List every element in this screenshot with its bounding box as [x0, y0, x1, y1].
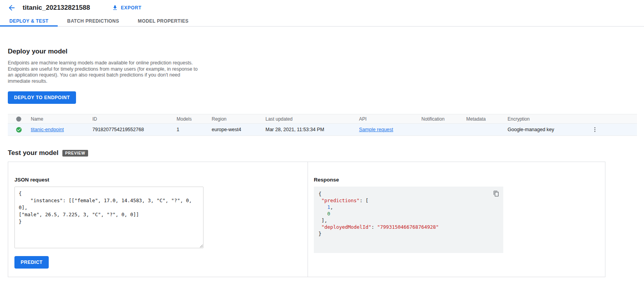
- test-panel: JSON request { "instances": [["female", …: [8, 162, 605, 277]
- tab-batch-predictions[interactable]: BATCH PREDICTIONS: [58, 16, 128, 26]
- endpoint-id: 7918207754219552768: [91, 127, 175, 132]
- response-code: { "predictions": [ 1, 0 ], "deployedMode…: [318, 190, 499, 237]
- endpoint-api-cell: Sample request: [358, 127, 420, 132]
- tab-label: MODEL PROPERTIES: [138, 18, 189, 24]
- page-title: titanic_202132821588: [23, 4, 90, 12]
- predict-button[interactable]: PREDICT: [14, 256, 49, 269]
- col-models: Models: [175, 116, 211, 122]
- test-heading-row: Test your model PREVIEW: [8, 149, 637, 157]
- preview-badge: PREVIEW: [62, 150, 88, 157]
- table-header-row: Name ID Models Region Last updated API N…: [8, 114, 637, 124]
- endpoint-models: 1: [175, 127, 211, 132]
- endpoint-encryption: Google-managed key: [506, 127, 586, 132]
- json-request-label: JSON request: [14, 177, 301, 183]
- sample-request-link[interactable]: Sample request: [359, 127, 393, 132]
- response-box: { "predictions": [ 1, 0 ], "deployedMode…: [314, 187, 503, 253]
- tab-bar: DEPLOY & TEST BATCH PREDICTIONS MODEL PR…: [0, 16, 644, 27]
- arrow-back-icon: [7, 4, 16, 12]
- copy-icon: [493, 190, 499, 197]
- response-label: Response: [314, 177, 599, 183]
- col-metadata: Metadata: [465, 116, 506, 122]
- main-content: Deploy your model Endpoints are machine …: [0, 48, 644, 277]
- export-label: EXPORT: [121, 5, 142, 11]
- json-request-panel: JSON request { "instances": [["female", …: [8, 162, 308, 277]
- endpoint-last-updated: Mar 28, 2021, 11:53:34 PM: [264, 127, 358, 132]
- response-panel: Response { "predictions": [ 1, 0 ], "dep…: [308, 162, 605, 277]
- table-row: titanic-endpoint 7918207754219552768 1 e…: [8, 124, 637, 136]
- col-id: ID: [91, 116, 175, 122]
- endpoint-status-cell: [8, 126, 30, 133]
- status-dot-icon: [16, 116, 21, 122]
- endpoint-region: europe-west4: [211, 127, 264, 132]
- tab-label: DEPLOY & TEST: [9, 18, 48, 24]
- col-api: API: [358, 116, 420, 122]
- col-region: Region: [211, 116, 264, 122]
- deploy-description: Endpoints are machine learning models ma…: [8, 60, 203, 84]
- tab-deploy-and-test[interactable]: DEPLOY & TEST: [0, 16, 58, 26]
- copy-button[interactable]: [492, 190, 500, 198]
- back-button[interactable]: [6, 2, 17, 13]
- endpoint-actions-cell: [586, 126, 637, 133]
- col-name: Name: [30, 116, 91, 122]
- tab-model-properties[interactable]: MODEL PROPERTIES: [129, 16, 198, 26]
- row-menu-button[interactable]: [591, 126, 599, 133]
- test-section-title: Test your model: [8, 149, 58, 157]
- deploy-section-title: Deploy your model: [8, 48, 637, 55]
- endpoint-name-cell: titanic-endpoint: [30, 127, 91, 132]
- col-encryption: Encryption: [506, 116, 586, 122]
- check-circle-icon: [16, 126, 22, 133]
- endpoint-name-link[interactable]: titanic-endpoint: [31, 127, 64, 132]
- kebab-menu-icon: [592, 126, 598, 133]
- col-notification: Notification: [420, 116, 465, 122]
- tab-label: BATCH PREDICTIONS: [67, 18, 119, 24]
- page-header: titanic_202132821588 EXPORT: [0, 0, 644, 16]
- json-request-input[interactable]: { "instances": [["female", 17.0, 14.4583…: [14, 187, 203, 248]
- download-icon: [112, 5, 118, 11]
- deploy-to-endpoint-button[interactable]: DEPLOY TO ENDPOINT: [8, 91, 76, 104]
- col-last-updated: Last updated: [264, 116, 358, 122]
- endpoints-table: Name ID Models Region Last updated API N…: [8, 114, 637, 136]
- export-button[interactable]: EXPORT: [112, 5, 142, 11]
- status-column-header: [8, 116, 30, 122]
